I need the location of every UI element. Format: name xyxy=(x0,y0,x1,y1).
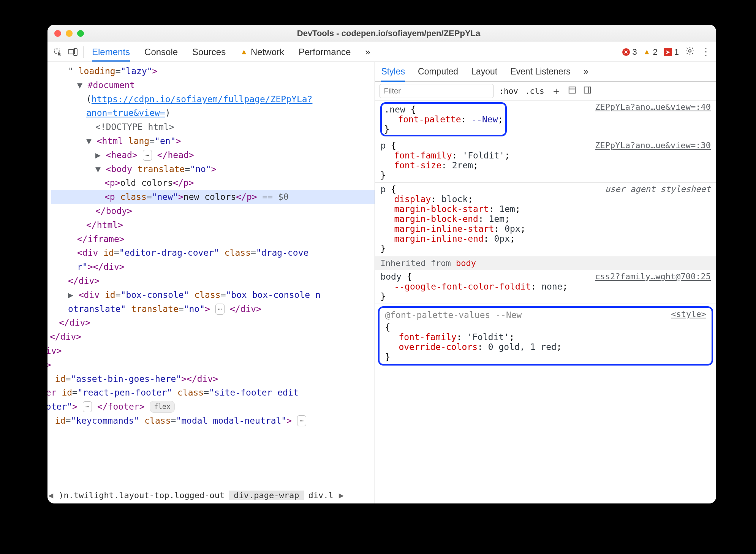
tab-more[interactable]: » xyxy=(365,44,370,60)
dom-node[interactable]: ▼ #document xyxy=(51,78,375,92)
computed-sidebar-icon[interactable] xyxy=(566,86,578,96)
dom-node[interactable]: <!DOCTYPE html> xyxy=(51,120,375,134)
dom-node[interactable]: ▼ <body translate="no"> xyxy=(51,162,375,176)
dom-node[interactable]: otranslate" translate="no"> ⋯ </div> xyxy=(51,302,375,316)
elements-panel: " loading="lazy">▼ #document(https://cdp… xyxy=(47,62,375,503)
error-icon: ✕ xyxy=(622,48,630,56)
rule-source-link[interactable]: <style> xyxy=(671,309,706,319)
tab-computed[interactable]: Computed xyxy=(418,66,458,77)
tab-event-listeners[interactable]: Event Listeners xyxy=(510,66,571,77)
dom-node[interactable]: ter id="react-pen-footer" class="site-fo… xyxy=(47,386,375,400)
dom-node[interactable]: <p class="new">new colors</p> == $0 xyxy=(51,190,375,204)
main-toolbar: Elements Console Sources ▲Network Perfor… xyxy=(47,42,716,62)
warning-icon: ▲ xyxy=(240,47,248,56)
gear-icon[interactable] xyxy=(685,46,695,58)
cls-toggle[interactable]: .cls xyxy=(524,87,546,96)
styles-tabs: Styles Computed Layout Event Listeners » xyxy=(375,62,716,82)
warning-count-button[interactable]: ▲2 xyxy=(643,47,658,57)
rule-source-link[interactable]: css2?family…wght@700:25 xyxy=(595,272,711,281)
svg-rect-4 xyxy=(569,87,575,93)
dom-node[interactable]: </body> xyxy=(51,204,375,218)
tab-layout[interactable]: Layout xyxy=(471,66,497,77)
hov-toggle[interactable]: :hov xyxy=(497,87,520,96)
rule-source-link[interactable]: ZEPpYLa?ano…ue&view=:40 xyxy=(595,102,711,112)
inherited-from-bar: Inherited from body xyxy=(375,256,716,270)
main-row: " loading="lazy">▼ #document(https://cdp… xyxy=(47,62,716,503)
filter-input[interactable] xyxy=(380,84,493,98)
minimize-icon[interactable] xyxy=(66,30,73,37)
tab-more[interactable]: » xyxy=(584,66,588,77)
rule-source-link[interactable]: ZEPpYLa?ano…ue&view=:30 xyxy=(595,141,711,150)
dom-node[interactable]: </html> xyxy=(51,218,375,232)
message-icon: ➤ xyxy=(664,48,672,56)
crumb-item[interactable]: div.l xyxy=(304,491,338,500)
crumb-item[interactable]: )n.twilight.layout-top.logged-out xyxy=(54,491,229,500)
message-count-button[interactable]: ➤1 xyxy=(664,47,679,57)
style-rule[interactable]: user agent stylesheetp {display: block;m… xyxy=(375,183,716,256)
crumb-prev[interactable]: ◀ xyxy=(47,491,54,500)
tab-elements[interactable]: Elements xyxy=(92,44,130,62)
warning-icon: ▲ xyxy=(643,47,651,56)
close-icon[interactable] xyxy=(54,30,61,37)
dom-node[interactable]: ooter"> ⋯ </footer> flex xyxy=(47,400,375,414)
dom-node[interactable]: (https://cdpn.io/sofiayem/fullpage/ZEPpY… xyxy=(51,92,375,106)
inspect-icon[interactable] xyxy=(53,47,63,57)
dom-node[interactable]: r"></div> xyxy=(51,260,375,274)
crumb-next[interactable]: ▶ xyxy=(338,491,345,500)
tab-sources[interactable]: Sources xyxy=(192,44,226,60)
device-toggle-icon[interactable] xyxy=(68,47,78,57)
style-rule[interactable]: ZEPpYLa?ano…ue&view=:40.new {font-palett… xyxy=(375,101,716,139)
dom-node[interactable]: ▶ <head> ⋯ </head> xyxy=(51,148,375,162)
window-title: DevTools - codepen.io/sofiayem/pen/ZEPpY… xyxy=(84,28,716,38)
dom-node[interactable]: ▼ <html lang="en"> xyxy=(51,134,375,148)
new-rule-button[interactable]: ＋ xyxy=(550,84,563,98)
kebab-icon[interactable]: ⋮ xyxy=(701,46,711,58)
panel-tabs: Elements Console Sources ▲Network Perfor… xyxy=(92,44,370,60)
rule-source-link[interactable]: user agent stylesheet xyxy=(605,184,711,194)
styles-filter-bar: :hov .cls ＋ xyxy=(375,82,716,101)
zoom-icon[interactable] xyxy=(77,30,84,37)
style-rule[interactable]: ZEPpYLa?ano…ue&view=:30p {font-family: '… xyxy=(375,139,716,183)
tab-styles[interactable]: Styles xyxy=(381,66,405,82)
crumb-item[interactable]: div.page-wrap xyxy=(229,491,304,500)
style-rule[interactable]: css2?family…wght@700:25body {--google-fo… xyxy=(375,270,716,304)
dom-node[interactable]: " loading="lazy"> xyxy=(51,64,375,78)
dom-tree[interactable]: " loading="lazy">▼ #document(https://cdp… xyxy=(47,62,375,487)
dom-node[interactable]: </div> xyxy=(47,330,375,344)
status-counters: ✕3 ▲2 ➤1 ⋮ xyxy=(622,46,711,58)
dom-node[interactable]: ▶ <div id="box-console" class="box box-c… xyxy=(51,288,375,302)
tab-performance[interactable]: Performance xyxy=(299,44,351,60)
dom-node[interactable]: div> xyxy=(47,344,375,358)
svg-rect-5 xyxy=(584,87,590,93)
error-count-button[interactable]: ✕3 xyxy=(622,47,637,57)
titlebar: DevTools - codepen.io/sofiayem/pen/ZEPpY… xyxy=(47,25,716,42)
tab-console[interactable]: Console xyxy=(144,44,178,60)
dom-node[interactable]: </div> xyxy=(51,274,375,288)
dom-node[interactable]: v> xyxy=(47,358,375,372)
dom-node[interactable]: id="asset-bin-goes-here"></div> xyxy=(47,372,375,386)
font-palette-values-rule[interactable]: <style>@font-palette-values --New{font-f… xyxy=(378,306,713,366)
traffic-lights xyxy=(54,30,84,37)
svg-point-3 xyxy=(689,49,691,52)
dom-node[interactable]: id="keycommands" class="modal modal-neut… xyxy=(47,414,375,428)
dom-node[interactable]: anon=true&view=) xyxy=(51,106,375,120)
dom-node[interactable]: <div id="editor-drag-cover" class="drag-… xyxy=(51,246,375,260)
dom-node[interactable]: </div> xyxy=(51,316,375,330)
dom-node[interactable]: <p>old colors</p> xyxy=(51,176,375,190)
styles-rules-list[interactable]: ZEPpYLa?ano…ue&view=:40.new {font-palett… xyxy=(375,101,716,503)
breadcrumb: ◀ )n.twilight.layout-top.logged-out div.… xyxy=(47,487,375,503)
styles-panel: Styles Computed Layout Event Listeners »… xyxy=(375,62,716,503)
tab-network[interactable]: ▲Network xyxy=(240,44,284,60)
dom-node[interactable]: </iframe> xyxy=(51,232,375,246)
devtools-window: DevTools - codepen.io/sofiayem/pen/ZEPpY… xyxy=(47,25,716,503)
rendering-icon[interactable] xyxy=(582,86,593,96)
